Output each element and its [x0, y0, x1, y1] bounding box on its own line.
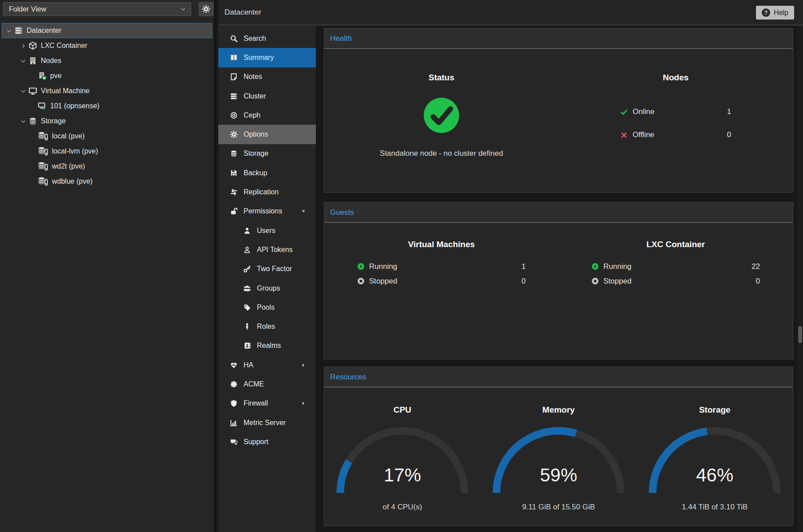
menu-item-label: Replication: [244, 188, 279, 196]
guests-column-virtual-machines: Virtual MachinesRunning1Stopped0: [324, 223, 559, 288]
status-message: Standalone node - no cluster defined: [324, 149, 559, 158]
resources-panel: Resources CPU17%of 4 CPU(s)Memory59%9.11…: [324, 366, 793, 526]
menu-item-label: Ceph: [244, 111, 260, 119]
gauge-caption: of 4 CPU(s): [324, 503, 480, 512]
tree-item-nodes[interactable]: Nodes: [2, 53, 212, 68]
user-outline-icon: [243, 246, 251, 254]
menu-item-permissions[interactable]: Permissions: [218, 202, 316, 221]
server-stack-icon: [14, 26, 23, 35]
gauge-arc: [336, 426, 469, 497]
tree-item-label: Nodes: [41, 57, 61, 65]
address-book-icon: [243, 342, 251, 350]
menu-item-acme[interactable]: ACME: [218, 374, 316, 394]
menu-item-metric-server[interactable]: Metric Server: [218, 413, 316, 432]
tree-item-label: local (pve): [52, 132, 85, 140]
menu-item-label: Firewall: [244, 399, 268, 407]
tree-item-datacenter[interactable]: Datacenter: [2, 23, 212, 38]
menu-item-label: ACME: [244, 380, 264, 388]
node-status-label: Online: [633, 107, 654, 116]
resource-memory: Memory59%9.11 GiB of 15.50 GiB: [480, 387, 637, 512]
menu-item-cluster[interactable]: Cluster: [218, 87, 316, 106]
question-circle-icon: ?: [762, 8, 770, 17]
tree-item-wd2t-pve[interactable]: wd2t (pve): [2, 159, 212, 174]
guests-column-heading: LXC Container: [559, 240, 793, 249]
health-panel-body: Status Standalone node - no cluster defi…: [324, 49, 793, 158]
menu-item-roles[interactable]: Roles: [218, 317, 316, 336]
chevron-down-icon[interactable]: [20, 118, 27, 125]
stop-circle-icon: [357, 277, 365, 285]
guest-stat-row: Stopped0: [591, 274, 760, 288]
user-icon: [243, 227, 251, 235]
health-panel: Health Status Standalone node - no clust…: [324, 28, 793, 193]
guest-stat-row: Stopped0: [357, 274, 526, 288]
help-button-label: Help: [774, 9, 788, 17]
scrollbar[interactable]: [797, 26, 803, 532]
tree-item-pve[interactable]: pve: [2, 68, 212, 83]
view-mode-select[interactable]: Folder View: [3, 2, 191, 16]
users-icon: [243, 284, 251, 292]
key-icon: [243, 265, 251, 273]
caret-down-icon[interactable]: [301, 209, 306, 214]
building-check-icon: [38, 71, 47, 80]
tag-icon: [243, 303, 251, 311]
node-status-value: 1: [727, 107, 731, 116]
scrollbar-thumb[interactable]: [798, 326, 802, 343]
node-status-row: Offline0: [620, 123, 731, 146]
tree-item-storage[interactable]: Storage: [2, 114, 212, 129]
menu-item-storage[interactable]: Storage: [218, 144, 316, 163]
menu-item-label: Permissions: [244, 207, 282, 215]
guests-panel-title: Guests: [330, 208, 354, 217]
menu-item-label: Users: [257, 227, 276, 235]
menu-item-ceph[interactable]: Ceph: [218, 106, 316, 125]
menu-item-options[interactable]: Options: [218, 125, 316, 144]
menu-item-realms[interactable]: Realms: [218, 336, 316, 355]
server-stack-icon: [230, 92, 238, 100]
help-button[interactable]: ? Help: [756, 6, 794, 20]
chevron-right-icon[interactable]: [20, 43, 27, 49]
resources-panel-header: Resources: [324, 367, 793, 387]
tree-item-101-opnsense[interactable]: 101 (opnsense): [2, 99, 212, 114]
caret-right-icon[interactable]: [301, 401, 306, 406]
tree-item-virtual-machine[interactable]: Virtual Machine: [2, 83, 212, 99]
menu-item-summary[interactable]: Summary: [218, 48, 316, 67]
gauge-arc: [648, 426, 781, 497]
menu-item-notes[interactable]: Notes: [218, 67, 316, 87]
menu-item-users[interactable]: Users: [218, 221, 316, 240]
database-disk-icon: [38, 131, 48, 142]
tree-item-label: wdblue (pve): [52, 177, 93, 185]
menu-item-groups[interactable]: Groups: [218, 279, 316, 298]
menu-item-label: Storage: [244, 150, 268, 158]
guest-stat-label: Stopped: [369, 277, 397, 286]
menu-item-replication[interactable]: Replication: [218, 182, 316, 201]
tree-item-lxc-container[interactable]: LXC Container: [2, 38, 212, 53]
ceph-icon: [230, 111, 238, 119]
node-status-label: Offline: [633, 130, 654, 139]
menu-item-ha[interactable]: HA: [218, 355, 316, 374]
shield-icon: [230, 399, 238, 407]
menu-item-search[interactable]: Search: [218, 29, 316, 48]
menu-item-two-factor[interactable]: Two Factor: [218, 260, 316, 279]
menu-item-api-tokens[interactable]: API Tokens: [218, 240, 316, 259]
tree-item-local-pve[interactable]: local (pve): [2, 129, 212, 144]
tree-item-label: Virtual Machine: [41, 87, 90, 95]
chevron-down-icon[interactable]: [6, 28, 12, 34]
menu-item-label: HA: [244, 361, 253, 369]
tree-item-wdblue-pve[interactable]: wdblue (pve): [2, 174, 212, 189]
menu-item-firewall[interactable]: Firewall: [218, 394, 316, 413]
chevron-down-icon[interactable]: [20, 58, 27, 64]
guests-column-heading: Virtual Machines: [324, 240, 559, 249]
caret-right-icon[interactable]: [301, 363, 306, 368]
guest-stat-value: 1: [522, 262, 526, 271]
gauge-storage: 46%: [648, 426, 781, 497]
tree-settings-button[interactable]: [198, 1, 214, 17]
tree-item-local-lvm-pve[interactable]: local-lvm (pve): [2, 144, 212, 159]
monitor-icon: [28, 87, 37, 95]
tree-item-label: 101 (opnsense): [50, 102, 99, 110]
tree-toolbar: Folder View: [0, 0, 214, 20]
menu-item-support[interactable]: Support: [218, 432, 316, 451]
guest-stat-label: Running: [603, 262, 631, 271]
menu-item-backup[interactable]: Backup: [218, 163, 316, 182]
menu-item-pools[interactable]: Pools: [218, 298, 316, 317]
menu-item-label: Summary: [244, 54, 274, 62]
chevron-down-icon[interactable]: [20, 88, 27, 95]
